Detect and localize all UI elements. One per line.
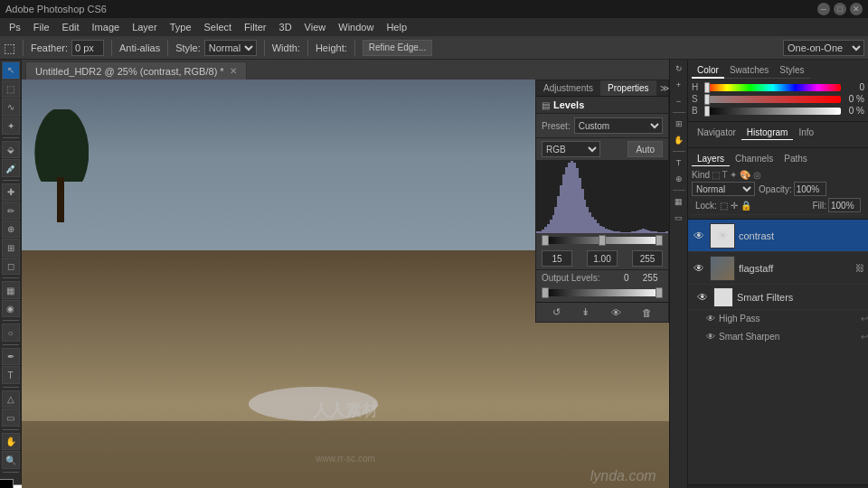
lock-pixel-icon[interactable]: ⬚ [720, 201, 728, 211]
adj-reset-button[interactable]: ↺ [552, 306, 561, 318]
vt-zoom-out[interactable]: − [672, 94, 686, 108]
vt-gradient[interactable]: ▦ [672, 194, 686, 209]
style-select[interactable]: Normal [204, 40, 257, 56]
layer-vis-flagstaff[interactable]: 👁 [692, 261, 706, 276]
bri-slider[interactable] [704, 108, 841, 115]
black-point-slider[interactable] [542, 235, 549, 246]
refine-edge-button[interactable]: Refine Edge... [363, 40, 432, 56]
tool-path[interactable]: △ [2, 390, 20, 408]
tool-pen[interactable]: ✒ [2, 348, 20, 366]
preset-select[interactable]: Custom [574, 117, 663, 134]
tool-gradient[interactable]: ▦ [2, 281, 20, 299]
tool-magic-wand[interactable]: ✦ [2, 117, 20, 136]
view-mode-select[interactable]: One-on-One [783, 40, 864, 56]
tool-text[interactable]: T [2, 366, 20, 384]
swatches-tab[interactable]: Swatches [724, 63, 774, 79]
channels-tab[interactable]: Channels [730, 152, 778, 166]
layer-flagstaff[interactable]: 👁 flagstaff ⛓ [688, 252, 868, 285]
input-high-value[interactable] [632, 250, 663, 267]
vt-transform[interactable]: ⊞ [672, 117, 686, 131]
input-mid-value[interactable] [587, 250, 618, 267]
midpoint-slider[interactable] [599, 235, 606, 246]
output-slider-track[interactable] [542, 289, 663, 296]
menu-ps[interactable]: Ps [4, 20, 26, 34]
menu-edit[interactable]: Edit [57, 20, 85, 34]
menu-file[interactable]: File [28, 20, 55, 34]
adj-tab-more[interactable]: ≫ [656, 80, 669, 96]
tool-crop[interactable]: ⬙ [2, 141, 20, 159]
layers-tab[interactable]: Layers [692, 152, 730, 166]
histogram-tab[interactable]: Histogram [741, 126, 794, 140]
output-high-slider[interactable] [656, 287, 663, 298]
adj-trash-button[interactable]: 🗑 [642, 307, 652, 318]
menu-view[interactable]: View [299, 20, 332, 34]
adj-tab-adjustments[interactable]: Adjustments [536, 80, 600, 96]
opacity-input[interactable] [794, 182, 826, 196]
output-low-slider[interactable] [542, 287, 549, 298]
tool-history[interactable]: ⊞ [2, 239, 20, 257]
layer-contrast[interactable]: 👁 ☀ contrast [688, 220, 868, 252]
menu-window[interactable]: Window [333, 20, 379, 34]
channel-select[interactable]: RGB [542, 141, 600, 157]
adj-tab-properties[interactable]: Properties [600, 80, 656, 96]
blend-mode-select[interactable]: Normal [692, 182, 755, 196]
tool-lasso[interactable]: ∿ [2, 99, 20, 117]
tool-zoom[interactable]: 🔍 [2, 451, 20, 469]
paths-tab[interactable]: Paths [778, 152, 813, 166]
tool-shape[interactable]: ▭ [2, 408, 20, 427]
tool-healing[interactable]: ✚ [2, 183, 20, 202]
styles-tab[interactable]: Styles [774, 63, 809, 79]
color-tab[interactable]: Color [692, 63, 724, 79]
menu-type[interactable]: Type [165, 20, 197, 34]
menu-3d[interactable]: 3D [274, 20, 297, 34]
menu-layer[interactable]: Layer [127, 20, 163, 34]
input-low-value[interactable] [542, 250, 572, 267]
close-button[interactable]: ✕ [850, 3, 863, 15]
fg-color-swatch[interactable] [0, 479, 14, 488]
lock-all-icon[interactable]: 🔒 [741, 201, 751, 211]
white-point-slider[interactable] [656, 235, 663, 246]
tool-dodge[interactable]: ○ [2, 324, 20, 342]
layer-high-pass[interactable]: 👁 High Pass ↩ [688, 310, 868, 328]
tool-hand[interactable]: ✋ [2, 433, 20, 451]
menu-help[interactable]: Help [381, 20, 412, 34]
auto-button[interactable]: Auto [627, 141, 663, 157]
vt-hand[interactable]: ✋ [672, 133, 686, 147]
tool-marquee[interactable]: ⬚ [2, 80, 20, 99]
layer-smart-sharpen[interactable]: 👁 Smart Sharpen ↩ [688, 328, 868, 346]
adj-clip-button[interactable]: ↡ [581, 306, 590, 318]
lock-move-icon[interactable]: ✛ [731, 201, 738, 211]
fill-input[interactable] [828, 198, 861, 212]
menu-image[interactable]: Image [87, 20, 126, 34]
vt-rotate[interactable]: ↻ [672, 61, 686, 76]
menu-filter[interactable]: Filter [239, 20, 271, 34]
vt-zoom-in[interactable]: + [672, 78, 686, 92]
tool-eyedropper[interactable]: 💉 [2, 159, 20, 177]
info-tab[interactable]: Info [793, 126, 819, 140]
vt-shape[interactable]: ▭ [672, 211, 686, 225]
tool-brush[interactable]: ✏ [2, 202, 20, 220]
layer-vis-smart-filters[interactable]: 👁 [695, 290, 710, 305]
navigator-tab[interactable]: Navigator [692, 126, 741, 140]
fg-bg-color[interactable] [0, 479, 24, 488]
tool-move[interactable]: ↖ [2, 61, 20, 80]
vt-type[interactable]: T [672, 155, 686, 170]
tool-eraser[interactable]: ◻ [2, 258, 20, 276]
feather-input[interactable] [71, 40, 104, 56]
minimize-button[interactable]: ─ [817, 3, 830, 15]
layer-vis-contrast[interactable]: 👁 [692, 229, 706, 243]
maximize-button[interactable]: □ [834, 3, 846, 15]
canvas-tab-active[interactable]: Untitled_HDR2 @ 25% (contrast, RGB/8) * … [25, 61, 247, 80]
canvas-tab-close[interactable]: ✕ [230, 66, 237, 76]
layer-smart-filters[interactable]: 👁 Smart Filters [688, 285, 868, 310]
sublayer-vis-high-pass[interactable]: 👁 [706, 314, 715, 324]
tool-blur[interactable]: ◉ [2, 300, 20, 318]
sat-slider[interactable] [704, 96, 841, 103]
hue-slider[interactable] [704, 84, 841, 91]
sublayer-vis-smart-sharpen[interactable]: 👁 [706, 332, 715, 342]
adj-preview-button[interactable]: 👁 [611, 307, 621, 318]
vt-pen[interactable]: ⊕ [672, 172, 686, 186]
menu-select[interactable]: Select [199, 20, 238, 34]
tool-clone[interactable]: ⊕ [2, 221, 20, 239]
input-slider-track[interactable] [542, 237, 663, 244]
